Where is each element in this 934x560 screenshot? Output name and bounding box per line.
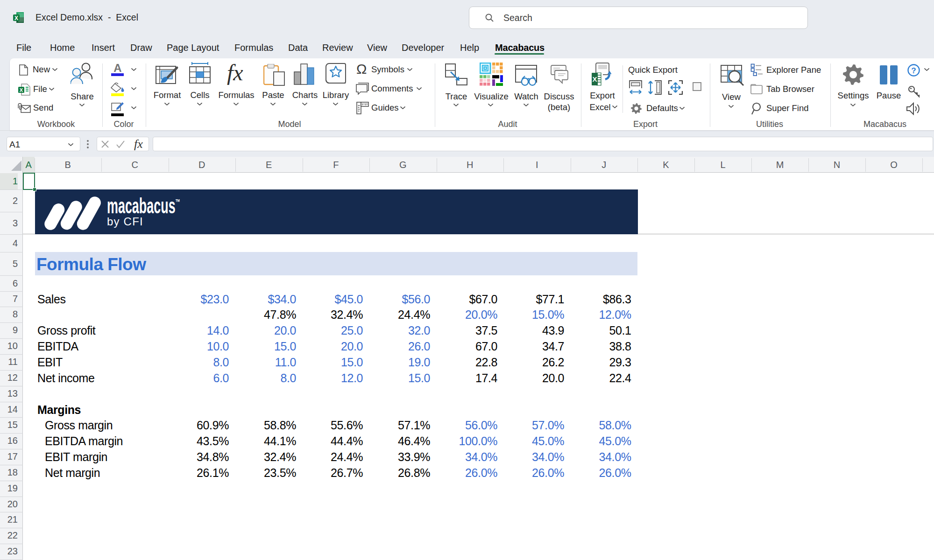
svg-text:X: X [20, 87, 23, 93]
svg-text:X: X [592, 75, 597, 83]
svg-text:X: X [14, 15, 18, 21]
svg-text:?: ? [911, 66, 916, 75]
